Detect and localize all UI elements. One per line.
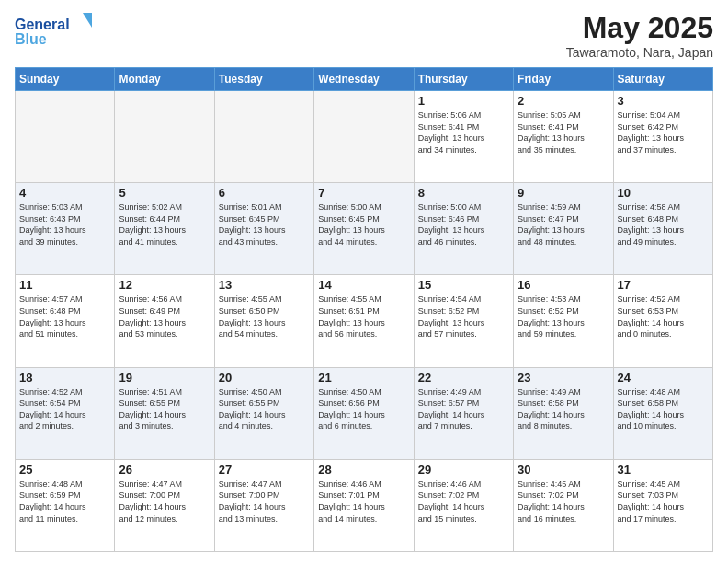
day-number: 14 [318, 278, 409, 292]
day-info: Sunrise: 4:48 AM Sunset: 6:59 PM Dayligh… [19, 478, 110, 524]
calendar-cell-2-5: 16Sunrise: 4:53 AM Sunset: 6:52 PM Dayli… [514, 275, 613, 367]
calendar-cell-0-5: 2Sunrise: 5:05 AM Sunset: 6:41 PM Daylig… [514, 91, 613, 183]
calendar-cell-0-0 [16, 91, 115, 183]
day-number: 3 [618, 94, 709, 108]
day-info: Sunrise: 5:02 AM Sunset: 6:44 PM Dayligh… [119, 201, 210, 247]
day-info: Sunrise: 4:50 AM Sunset: 6:56 PM Dayligh… [318, 386, 409, 432]
calendar-cell-0-4: 1Sunrise: 5:06 AM Sunset: 6:41 PM Daylig… [414, 91, 513, 183]
calendar-table: Sunday Monday Tuesday Wednesday Thursday… [15, 67, 713, 552]
day-number: 7 [318, 186, 409, 200]
day-number: 31 [618, 463, 709, 477]
header-friday: Friday [514, 68, 613, 91]
svg-text:Blue: Blue [15, 31, 47, 47]
calendar-cell-1-0: 4Sunrise: 5:03 AM Sunset: 6:43 PM Daylig… [16, 183, 115, 275]
calendar-row-2: 11Sunrise: 4:57 AM Sunset: 6:48 PM Dayli… [16, 275, 713, 367]
day-info: Sunrise: 5:01 AM Sunset: 6:45 PM Dayligh… [219, 201, 310, 247]
day-info: Sunrise: 5:06 AM Sunset: 6:41 PM Dayligh… [418, 109, 509, 155]
day-info: Sunrise: 4:50 AM Sunset: 6:55 PM Dayligh… [219, 386, 310, 432]
day-info: Sunrise: 5:04 AM Sunset: 6:42 PM Dayligh… [618, 109, 709, 155]
calendar-cell-4-0: 25Sunrise: 4:48 AM Sunset: 6:59 PM Dayli… [16, 459, 115, 551]
calendar-cell-2-3: 14Sunrise: 4:55 AM Sunset: 6:51 PM Dayli… [314, 275, 414, 367]
day-info: Sunrise: 4:54 AM Sunset: 6:52 PM Dayligh… [418, 293, 509, 339]
day-info: Sunrise: 4:55 AM Sunset: 6:51 PM Dayligh… [318, 293, 409, 339]
day-info: Sunrise: 4:49 AM Sunset: 6:58 PM Dayligh… [518, 386, 609, 432]
calendar-cell-3-6: 24Sunrise: 4:48 AM Sunset: 6:58 PM Dayli… [613, 367, 712, 459]
calendar-cell-0-3 [314, 91, 414, 183]
calendar-cell-2-1: 12Sunrise: 4:56 AM Sunset: 6:49 PM Dayli… [115, 275, 214, 367]
day-info: Sunrise: 4:46 AM Sunset: 7:01 PM Dayligh… [318, 478, 409, 524]
day-number: 11 [19, 278, 110, 292]
day-info: Sunrise: 4:59 AM Sunset: 6:47 PM Dayligh… [518, 201, 609, 247]
day-number: 19 [119, 371, 210, 385]
day-info: Sunrise: 4:47 AM Sunset: 7:00 PM Dayligh… [219, 478, 310, 524]
day-info: Sunrise: 4:55 AM Sunset: 6:50 PM Dayligh… [219, 293, 310, 339]
day-info: Sunrise: 4:52 AM Sunset: 6:54 PM Dayligh… [19, 386, 110, 432]
day-number: 21 [318, 371, 409, 385]
header-saturday: Saturday [613, 68, 712, 91]
day-info: Sunrise: 4:57 AM Sunset: 6:48 PM Dayligh… [19, 293, 110, 339]
day-info: Sunrise: 4:51 AM Sunset: 6:55 PM Dayligh… [119, 386, 210, 432]
day-number: 8 [418, 186, 509, 200]
header-tuesday: Tuesday [214, 68, 313, 91]
header-thursday: Thursday [414, 68, 513, 91]
calendar-cell-3-4: 22Sunrise: 4:49 AM Sunset: 6:57 PM Dayli… [414, 367, 513, 459]
day-number: 17 [618, 278, 709, 292]
day-info: Sunrise: 5:00 AM Sunset: 6:45 PM Dayligh… [318, 201, 409, 247]
calendar-cell-3-3: 21Sunrise: 4:50 AM Sunset: 6:56 PM Dayli… [314, 367, 414, 459]
day-info: Sunrise: 4:46 AM Sunset: 7:02 PM Dayligh… [418, 478, 509, 524]
day-number: 1 [418, 94, 509, 108]
day-number: 20 [219, 371, 310, 385]
header: General Blue May 2025 Tawaramoto, Nara, … [15, 11, 713, 60]
calendar-cell-2-2: 13Sunrise: 4:55 AM Sunset: 6:50 PM Dayli… [214, 275, 313, 367]
day-number: 24 [618, 371, 709, 385]
calendar-cell-4-1: 26Sunrise: 4:47 AM Sunset: 7:00 PM Dayli… [115, 459, 214, 551]
day-info: Sunrise: 5:05 AM Sunset: 6:41 PM Dayligh… [518, 109, 609, 155]
day-number: 4 [19, 186, 110, 200]
calendar-cell-3-0: 18Sunrise: 4:52 AM Sunset: 6:54 PM Dayli… [16, 367, 115, 459]
day-info: Sunrise: 4:53 AM Sunset: 6:52 PM Dayligh… [518, 293, 609, 339]
calendar-cell-0-1 [115, 91, 214, 183]
day-number: 26 [119, 463, 210, 477]
day-number: 28 [318, 463, 409, 477]
day-number: 6 [219, 186, 310, 200]
calendar-cell-1-1: 5Sunrise: 5:02 AM Sunset: 6:44 PM Daylig… [115, 183, 214, 275]
day-number: 25 [19, 463, 110, 477]
header-sunday: Sunday [16, 68, 115, 91]
day-info: Sunrise: 4:48 AM Sunset: 6:58 PM Dayligh… [618, 386, 709, 432]
svg-marker-2 [83, 13, 92, 28]
day-number: 18 [19, 371, 110, 385]
header-monday: Monday [115, 68, 214, 91]
calendar-cell-0-6: 3Sunrise: 5:04 AM Sunset: 6:42 PM Daylig… [613, 91, 712, 183]
weekday-header-row: Sunday Monday Tuesday Wednesday Thursday… [16, 68, 713, 91]
calendar-title: May 2025 [566, 11, 713, 45]
day-number: 13 [219, 278, 310, 292]
calendar-cell-1-3: 7Sunrise: 5:00 AM Sunset: 6:45 PM Daylig… [314, 183, 414, 275]
header-wednesday: Wednesday [314, 68, 414, 91]
calendar-cell-4-5: 30Sunrise: 4:45 AM Sunset: 7:02 PM Dayli… [514, 459, 613, 551]
day-info: Sunrise: 5:00 AM Sunset: 6:46 PM Dayligh… [418, 201, 509, 247]
calendar-cell-1-2: 6Sunrise: 5:01 AM Sunset: 6:45 PM Daylig… [214, 183, 313, 275]
calendar-cell-4-2: 27Sunrise: 4:47 AM Sunset: 7:00 PM Dayli… [214, 459, 313, 551]
calendar-cell-0-2 [214, 91, 313, 183]
day-info: Sunrise: 4:45 AM Sunset: 7:03 PM Dayligh… [618, 478, 709, 524]
day-info: Sunrise: 4:47 AM Sunset: 7:00 PM Dayligh… [119, 478, 210, 524]
day-number: 5 [119, 186, 210, 200]
calendar-cell-3-1: 19Sunrise: 4:51 AM Sunset: 6:55 PM Dayli… [115, 367, 214, 459]
calendar-cell-4-6: 31Sunrise: 4:45 AM Sunset: 7:03 PM Dayli… [613, 459, 712, 551]
title-block: May 2025 Tawaramoto, Nara, Japan [566, 11, 713, 60]
calendar-row-4: 25Sunrise: 4:48 AM Sunset: 6:59 PM Dayli… [16, 459, 713, 551]
day-number: 29 [418, 463, 509, 477]
day-number: 2 [518, 94, 609, 108]
calendar-row-1: 4Sunrise: 5:03 AM Sunset: 6:43 PM Daylig… [16, 183, 713, 275]
logo-svg: General Blue [15, 11, 107, 48]
calendar-cell-1-5: 9Sunrise: 4:59 AM Sunset: 6:47 PM Daylig… [514, 183, 613, 275]
day-info: Sunrise: 4:52 AM Sunset: 6:53 PM Dayligh… [618, 293, 709, 339]
calendar-cell-2-4: 15Sunrise: 4:54 AM Sunset: 6:52 PM Dayli… [414, 275, 513, 367]
day-info: Sunrise: 5:03 AM Sunset: 6:43 PM Dayligh… [19, 201, 110, 247]
page: General Blue May 2025 Tawaramoto, Nara, … [0, 0, 728, 563]
day-number: 22 [418, 371, 509, 385]
calendar-cell-1-6: 10Sunrise: 4:58 AM Sunset: 6:48 PM Dayli… [613, 183, 712, 275]
calendar-cell-2-6: 17Sunrise: 4:52 AM Sunset: 6:53 PM Dayli… [613, 275, 712, 367]
logo: General Blue [15, 11, 107, 52]
day-number: 12 [119, 278, 210, 292]
